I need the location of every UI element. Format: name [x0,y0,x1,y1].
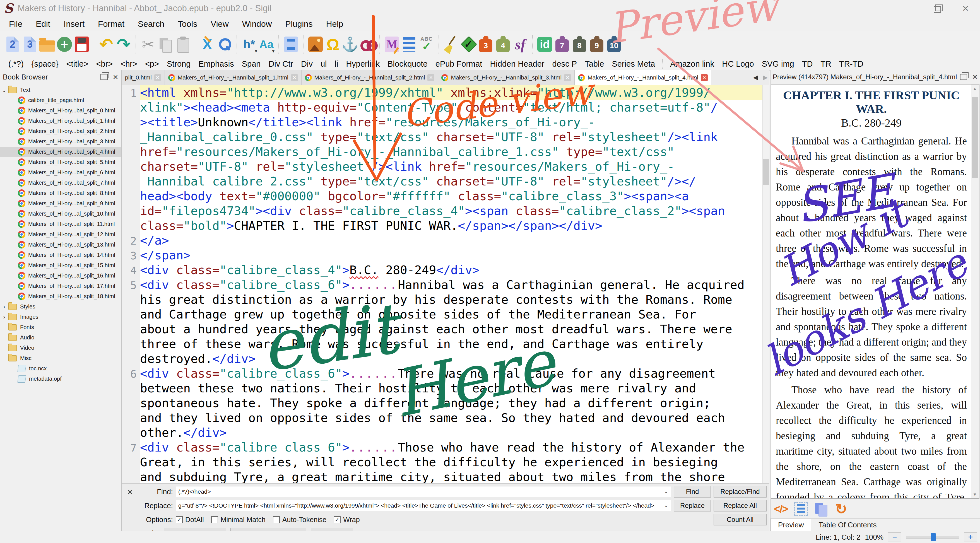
clip-button[interactable]: TR-TD [835,59,867,69]
text-case-icon[interactable]: Aa▾ [258,35,275,54]
new-epub2-icon[interactable]: 2 [4,35,21,54]
tree-item[interactable]: Makers_of_Hi-ory...bal_split_9.html [0,198,121,209]
tree-item[interactable]: Makers_of_Hi-ory...bal_split_3.html [0,137,121,147]
tree-collapsed-icon[interactable]: › [0,314,8,320]
undock-icon[interactable] [100,74,108,80]
menu-format[interactable]: Format [92,18,130,30]
close-tab-icon[interactable]: ✕ [564,74,571,81]
restore-icon[interactable] [922,0,951,17]
plugin-7-icon[interactable]: 7 [554,35,571,54]
clip-button[interactable]: Series Meta [608,59,659,69]
tree-collapsed-icon[interactable]: › [0,303,8,310]
mend-code-icon[interactable] [442,35,460,54]
tree-item[interactable]: Video [0,343,121,353]
zoom-slider[interactable] [906,536,959,538]
insert-image-icon[interactable] [307,35,324,54]
clip-button[interactable]: {space} [28,59,62,69]
checkbox-icon[interactable] [211,516,218,523]
refresh-icon[interactable]: ↻ [833,501,849,517]
undo-icon[interactable]: ↶ [98,35,115,54]
close-panel-icon[interactable] [113,73,118,81]
tree-item[interactable]: Makers_of_Hi-ory...bal_split_5.html [0,157,121,167]
clip-button[interactable]: Div Ctr [264,59,297,69]
chevron-down-icon[interactable]: ⌄ [663,502,669,509]
tree-item[interactable]: calibre_title_page.html [0,95,121,105]
clip-button[interactable]: Hidden Header [486,59,548,69]
option-wrap[interactable]: ✓Wrap [334,516,360,524]
preview-scrollbar[interactable] [971,84,979,499]
close-tab-icon[interactable]: ✕ [701,74,708,81]
menu-file[interactable]: File [3,18,29,30]
tree-item[interactable]: Makers_of_Hi-ory...al_split_16.html [0,270,121,281]
tree-item[interactable]: Makers_of_Hi-ory...bal_split_0.html [0,105,121,116]
new-epub3-icon[interactable]: 3 [21,35,38,54]
option-minimal-match[interactable]: Minimal Match [211,516,266,524]
plugin-10-icon[interactable]: 10 [605,35,623,54]
menu-view[interactable]: View [204,18,235,30]
split-at-cursor-icon[interactable] [282,35,300,54]
checkbox-icon[interactable]: ✓ [334,516,340,523]
tree-item[interactable]: toc.ncx [0,364,121,374]
checkbox-icon[interactable] [273,516,280,523]
clip-button[interactable]: TR [816,59,835,69]
plugin-id-icon[interactable]: id [536,35,554,54]
option-dotall[interactable]: ✓DotAll [176,516,204,524]
tree-item[interactable]: Makers_of_Hi-ory...al_split_17.html [0,281,121,291]
inspect-code-icon[interactable]: </> [773,501,789,517]
cut-icon[interactable]: ✂ [140,35,157,54]
find-button[interactable]: Find [674,486,711,497]
clip-button[interactable]: ul [317,59,331,69]
plugin-3-icon[interactable]: 3 [477,35,494,54]
tree-item[interactable]: Makers_of_Hi-ory...al_split_18.html [0,291,121,302]
tab-scroll-left-icon[interactable]: ◀ [753,74,758,81]
clip-button[interactable]: HC Logo [718,59,758,69]
tree-item[interactable]: Makers_of_Hi-ory...al_split_13.html [0,240,121,250]
close-panel-icon[interactable] [972,73,978,81]
clip-button[interactable]: ePub Format [431,59,486,69]
clip-button[interactable]: Hyperlink [342,59,383,69]
tree-item[interactable]: Makers_of_Hi-ory...al_split_12.html [0,229,121,240]
clip-button[interactable]: Blockquote [383,59,431,69]
tree-item[interactable]: ⌄Text [0,85,121,95]
copy-selection-icon[interactable] [813,501,829,517]
heading-icon[interactable]: h*▾ [240,35,258,54]
preview-scrollbar-thumb[interactable] [972,97,978,178]
tree-item[interactable]: ›Styles [0,302,121,312]
checkbox-icon[interactable]: ✓ [176,516,183,523]
find-input[interactable]: (.*?)</head> ⌄ [176,486,671,497]
menu-tools[interactable]: Tools [172,18,204,30]
clip-button[interactable]: <title> [62,59,92,69]
menu-insert[interactable]: Insert [57,18,91,30]
clip-button[interactable]: Div [297,59,317,69]
file-tab[interactable]: Makers_of_Hi-ory_-_Hannibal_split_3.html… [438,70,575,85]
clip-button[interactable]: (.*?) [5,59,28,69]
menu-plugins[interactable]: Plugins [279,18,318,30]
tree-expanded-icon[interactable]: ⌄ [0,87,8,94]
special-character-icon[interactable]: Ω [324,35,342,54]
menu-edit[interactable]: Edit [30,18,56,30]
tree-item[interactable]: Makers_of_Hi-ory...bal_split_8.html [0,188,121,198]
file-tab[interactable]: Makers_of_Hi-ory_-_Hannibal_split_1.html… [165,70,302,85]
open-file-icon[interactable] [38,35,56,54]
clip-button[interactable]: desc P [548,59,581,69]
tree-item[interactable]: Makers_of_Hi-ory...al_split_11.html [0,219,121,229]
file-tab[interactable]: plit_0.html✕ [122,70,165,85]
menu-window[interactable]: Window [236,18,278,30]
copy-icon[interactable] [157,35,174,54]
zoom-slider-handle[interactable] [931,533,935,541]
tree-item[interactable]: Makers_of_Hi-ory...al_split_10.html [0,209,121,219]
file-tab[interactable]: Makers_of_Hi-ory_-_Hannibal_split_4.html… [575,70,711,85]
replace-button[interactable]: Replace [674,500,711,511]
spellcheck-icon[interactable]: ABC✓ [418,35,435,54]
clip-button[interactable]: Span [238,59,265,69]
plugin-4-icon[interactable]: 4 [494,35,512,54]
clip-button[interactable]: Strong [163,59,194,69]
find-replace-icon[interactable] [216,35,233,54]
close-tab-icon[interactable]: ✕ [154,74,161,81]
tree-item[interactable]: Audio [0,332,121,343]
zoom-in-button[interactable]: + [964,532,977,542]
tab-preview[interactable]: Preview [770,519,811,531]
insert-link-icon[interactable] [359,35,376,54]
validate-epub-icon[interactable]: ✓ [460,35,477,54]
clip-button[interactable]: Table [581,59,608,69]
